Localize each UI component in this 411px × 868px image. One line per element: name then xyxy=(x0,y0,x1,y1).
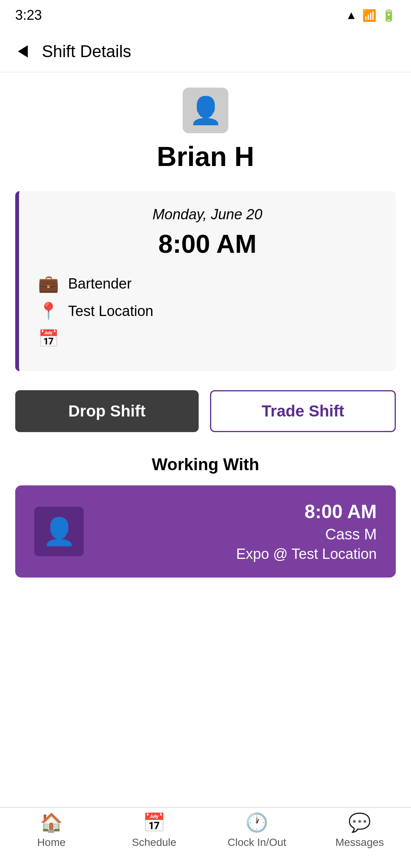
signal-icon: 📶 xyxy=(362,9,376,22)
status-bar: 3:23 ▲ 📶 🔋 xyxy=(0,0,411,30)
briefcase-icon: 💼 xyxy=(38,274,59,294)
coworker-role: Expo @ Test Location xyxy=(236,546,377,562)
nav-label-messages: Messages xyxy=(335,836,384,849)
coworker-card: 👤 8:00 AM Cass M Expo @ Test Location xyxy=(15,485,396,578)
shift-date: Monday, June 20 xyxy=(38,206,377,223)
coworker-avatar-icon: 👤 xyxy=(43,516,76,547)
working-with-title: Working With xyxy=(15,455,396,474)
avatar: 👤 xyxy=(183,88,228,133)
back-button[interactable] xyxy=(11,40,34,63)
trade-shift-button[interactable]: Trade Shift xyxy=(210,390,396,432)
avatar-icon: 👤 xyxy=(189,95,222,126)
nav-item-schedule[interactable]: 📅 Schedule xyxy=(103,812,206,849)
messages-icon: 💬 xyxy=(348,812,371,833)
location-pin-icon: 📍 xyxy=(38,301,59,321)
shift-calendar-row: 📅 xyxy=(38,329,377,348)
calendar-icon: 📅 xyxy=(38,329,59,348)
shift-time: 8:00 AM xyxy=(38,229,377,258)
shift-role: Bartender xyxy=(68,276,132,292)
working-with-section: Working With 👤 8:00 AM Cass M Expo @ Tes… xyxy=(15,455,396,578)
employee-name: Brian H xyxy=(157,141,254,172)
nav-item-home[interactable]: 🏠 Home xyxy=(0,812,103,849)
profile-section: 👤 Brian H xyxy=(15,88,396,172)
bottom-nav: 🏠 Home 📅 Schedule 🕐 Clock In/Out 💬 Messa… xyxy=(0,807,411,868)
drop-shift-button[interactable]: Drop Shift xyxy=(15,390,199,432)
coworker-name: Cass M xyxy=(325,526,377,543)
shift-role-row: 💼 Bartender xyxy=(38,274,377,294)
shift-card: Monday, June 20 8:00 AM 💼 Bartender 📍 Te… xyxy=(15,191,396,371)
status-time: 3:23 xyxy=(15,7,42,23)
nav-label-clock: Clock In/Out xyxy=(228,836,286,849)
coworker-info: 8:00 AM Cass M Expo @ Test Location xyxy=(99,501,377,562)
battery-icon: 🔋 xyxy=(382,9,396,22)
nav-item-clock[interactable]: 🕐 Clock In/Out xyxy=(206,812,308,849)
coworker-time: 8:00 AM xyxy=(304,501,377,523)
nav-label-schedule: Schedule xyxy=(132,836,177,849)
nav-item-messages[interactable]: 💬 Messages xyxy=(308,812,411,849)
wifi-icon: ▲ xyxy=(346,9,357,22)
page-title: Shift Details xyxy=(42,42,131,61)
shift-location-row: 📍 Test Location xyxy=(38,301,377,321)
back-arrow-icon xyxy=(18,45,28,57)
action-buttons: Drop Shift Trade Shift xyxy=(15,390,396,432)
home-icon: 🏠 xyxy=(40,812,63,833)
nav-label-home: Home xyxy=(37,836,66,849)
main-content: 👤 Brian H Monday, June 20 8:00 AM 💼 Bart… xyxy=(0,72,411,868)
clock-icon: 🕐 xyxy=(245,812,268,833)
app-bar: Shift Details xyxy=(0,30,411,72)
shift-location: Test Location xyxy=(68,303,153,319)
schedule-icon: 📅 xyxy=(143,812,166,833)
coworker-avatar: 👤 xyxy=(34,507,84,556)
status-icons: ▲ 📶 🔋 xyxy=(346,9,396,22)
